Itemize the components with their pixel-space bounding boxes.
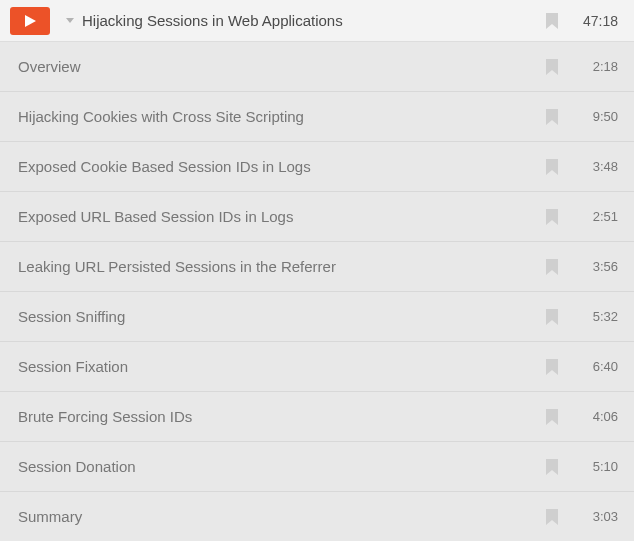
lesson-title: Exposed Cookie Based Session IDs in Logs — [18, 158, 546, 175]
play-button[interactable] — [10, 7, 50, 35]
bookmark-icon[interactable] — [546, 309, 558, 325]
lesson-duration: 4:06 — [580, 409, 618, 424]
lesson-title: Session Donation — [18, 458, 546, 475]
bookmark-icon[interactable] — [546, 209, 558, 225]
lesson-title: Brute Forcing Session IDs — [18, 408, 546, 425]
module-container: Hijacking Sessions in Web Applications 4… — [0, 0, 634, 541]
lesson-duration: 9:50 — [580, 109, 618, 124]
lesson-row[interactable]: Session Fixation6:40 — [0, 342, 634, 392]
bookmark-icon[interactable] — [546, 359, 558, 375]
module-header: Hijacking Sessions in Web Applications 4… — [0, 0, 634, 42]
lesson-duration: 3:03 — [580, 509, 618, 524]
bookmark-icon[interactable] — [546, 59, 558, 75]
bookmark-icon[interactable] — [546, 13, 558, 29]
lesson-list: Overview2:18Hijacking Cookies with Cross… — [0, 42, 634, 541]
bookmark-icon[interactable] — [546, 409, 558, 425]
lesson-row[interactable]: Exposed Cookie Based Session IDs in Logs… — [0, 142, 634, 192]
lesson-row[interactable]: Overview2:18 — [0, 42, 634, 92]
lesson-row[interactable]: Hijacking Cookies with Cross Site Script… — [0, 92, 634, 142]
lesson-title: Session Sniffing — [18, 308, 546, 325]
lesson-duration: 5:10 — [580, 459, 618, 474]
lesson-duration: 2:18 — [580, 59, 618, 74]
lesson-row[interactable]: Session Donation5:10 — [0, 442, 634, 492]
lesson-duration: 6:40 — [580, 359, 618, 374]
bookmark-icon[interactable] — [546, 259, 558, 275]
lesson-title: Overview — [18, 58, 546, 75]
module-duration: 47:18 — [580, 13, 618, 29]
lesson-duration: 5:32 — [580, 309, 618, 324]
lesson-duration: 3:56 — [580, 259, 618, 274]
lesson-row[interactable]: Leaking URL Persisted Sessions in the Re… — [0, 242, 634, 292]
lesson-title: Session Fixation — [18, 358, 546, 375]
lesson-title: Exposed URL Based Session IDs in Logs — [18, 208, 546, 225]
bookmark-icon[interactable] — [546, 459, 558, 475]
lesson-title: Hijacking Cookies with Cross Site Script… — [18, 108, 546, 125]
lesson-duration: 3:48 — [580, 159, 618, 174]
bookmark-icon[interactable] — [546, 509, 558, 525]
lesson-title: Leaking URL Persisted Sessions in the Re… — [18, 258, 546, 275]
svg-marker-0 — [25, 15, 36, 27]
lesson-row[interactable]: Brute Forcing Session IDs4:06 — [0, 392, 634, 442]
module-title: Hijacking Sessions in Web Applications — [82, 12, 546, 29]
lesson-title: Summary — [18, 508, 546, 525]
bookmark-icon[interactable] — [546, 159, 558, 175]
lesson-duration: 2:51 — [580, 209, 618, 224]
lesson-row[interactable]: Exposed URL Based Session IDs in Logs2:5… — [0, 192, 634, 242]
collapse-caret-icon[interactable] — [66, 18, 74, 23]
lesson-row[interactable]: Summary3:03 — [0, 492, 634, 541]
play-icon — [25, 15, 36, 27]
bookmark-icon[interactable] — [546, 109, 558, 125]
lesson-row[interactable]: Session Sniffing5:32 — [0, 292, 634, 342]
